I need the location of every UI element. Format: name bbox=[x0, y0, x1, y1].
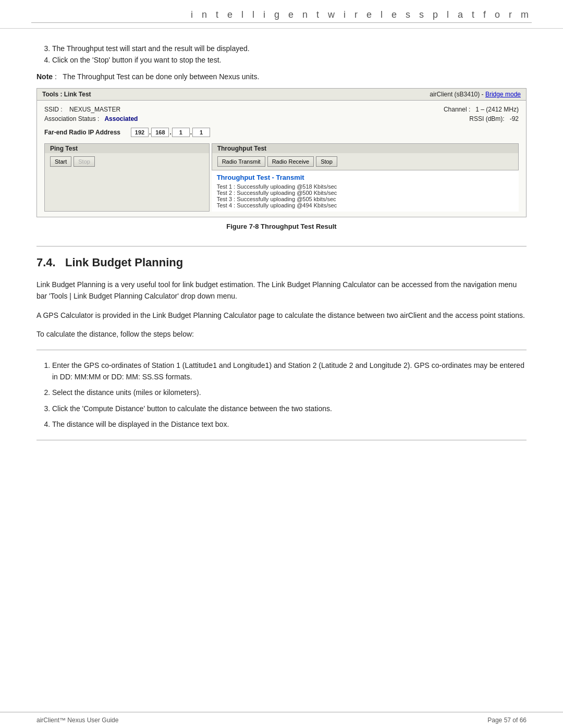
channel-info: Channel : 1 – (2412 MHz) bbox=[444, 106, 519, 113]
rssi-value: -92 bbox=[510, 115, 519, 122]
throughput-results: Throughput Test - Transmit Test 1 : Succ… bbox=[212, 170, 519, 212]
section-heading: 7.4. Link Budget Planning bbox=[36, 256, 527, 269]
assoc-value: Associated bbox=[104, 115, 138, 122]
intro-steps: The Throughput test will start and the r… bbox=[36, 44, 527, 64]
ping-buttons: Start Stop bbox=[50, 156, 204, 167]
ping-stop-button[interactable]: Stop bbox=[74, 156, 95, 167]
throughput-test-wrapper: Throughput Test Radio Transmit Radio Rec… bbox=[212, 143, 519, 212]
toolbar-label: Tools : Link Test bbox=[42, 91, 91, 98]
ip-octet-2[interactable]: 168 bbox=[151, 128, 169, 137]
figure-caption: Figure 7-8 Throughput Test Result bbox=[36, 223, 527, 230]
main-content: The Throughput test will start and the r… bbox=[0, 29, 563, 481]
ip-octet-1[interactable]: 192 bbox=[131, 128, 149, 137]
far-end-row: Far-end Radio IP Address 192 . 168 . 1 .… bbox=[44, 128, 519, 137]
ping-start-button[interactable]: Start bbox=[50, 156, 71, 167]
ip-octet-4[interactable]: 1 bbox=[192, 128, 210, 137]
ip-address-inputs: 192 . 168 . 1 . 1 bbox=[131, 128, 210, 137]
paragraph-2: A GPS Calculator is provided in the Link… bbox=[36, 310, 527, 321]
paragraph-1: Link Budget Planning is a very useful to… bbox=[36, 279, 527, 302]
ssid-info: SSID : NEXUS_MASTER bbox=[44, 106, 120, 113]
tests-row: Ping Test Start Stop Throughput Test Rad… bbox=[44, 143, 519, 212]
rssi-info: RSSI (dBm): -92 bbox=[469, 115, 519, 122]
assoc-row: Association Status : Associated RSSI (dB… bbox=[44, 115, 519, 122]
screenshot-box: Tools : Link Test airClient (sB3410) - B… bbox=[36, 88, 527, 217]
radio-transmit-button[interactable]: Radio Transmit bbox=[217, 156, 265, 167]
footer-right: Page 57 of 66 bbox=[487, 717, 527, 724]
test-line-1: Test 1 : Successfully uploading @518 Kbi… bbox=[217, 183, 513, 190]
bottom-divider bbox=[36, 440, 527, 440]
page-header: i n t e l l i g e n t w i r e l e s s p … bbox=[0, 0, 563, 29]
steps-item-3: Click the 'Compute Distance' button to c… bbox=[52, 403, 527, 414]
screenshot-body: SSID : NEXUS_MASTER Channel : 1 – (2412 … bbox=[37, 101, 526, 217]
paragraph-3: To calculate the distance, follow the st… bbox=[36, 328, 527, 340]
steps-item-4: The distance will be displayed in the Di… bbox=[52, 418, 527, 430]
bridge-mode-link[interactable]: Bridge mode bbox=[485, 91, 521, 98]
section-title: Link Budget Planning bbox=[65, 256, 183, 269]
ping-test-section: Ping Test Start Stop bbox=[44, 143, 210, 212]
footer-left: airClient™ Nexus User Guide bbox=[36, 717, 118, 724]
throughput-test-header: Throughput Test bbox=[212, 144, 518, 153]
note-line: Note : The Throughput Test can be done o… bbox=[36, 72, 527, 81]
step-3: The Throughput test will start and the r… bbox=[52, 44, 527, 53]
note-label: Note bbox=[36, 72, 53, 81]
section-number: 7.4. bbox=[36, 256, 56, 269]
throughput-result-title: Throughput Test - Transmit bbox=[217, 174, 513, 181]
section-divider bbox=[36, 246, 527, 246]
channel-value: 1 – (2412 MHz) bbox=[475, 106, 519, 113]
test-line-4: Test 4 : Successfully uploading @494 Kbi… bbox=[217, 202, 513, 208]
steps-item-1: Enter the GPS co-ordinates of Station 1 … bbox=[52, 360, 527, 383]
screenshot-toolbar: Tools : Link Test airClient (sB3410) - B… bbox=[37, 89, 526, 101]
assoc-info: Association Status : Associated bbox=[44, 115, 138, 122]
note-text: The Throughput Test can be done only bet… bbox=[63, 72, 259, 81]
test-line-2: Test 2 : Successfully uploading @500 Kbi… bbox=[217, 190, 513, 196]
throughput-stop-button[interactable]: Stop bbox=[316, 156, 337, 167]
device-info: airClient (sB3410) - Bridge mode bbox=[430, 91, 521, 98]
ssid-value: NEXUS_MASTER bbox=[69, 106, 120, 113]
device-label: airClient (sB3410) bbox=[430, 91, 480, 98]
ip-octet-3[interactable]: 1 bbox=[172, 128, 190, 137]
step-4: Click on the 'Stop' button if you want t… bbox=[52, 56, 527, 64]
ssid-row: SSID : NEXUS_MASTER Channel : 1 – (2412 … bbox=[44, 106, 519, 113]
far-end-label: Far-end Radio IP Address bbox=[44, 129, 120, 136]
header-title: i n t e l l i g e n t w i r e l e s s p … bbox=[191, 9, 532, 20]
steps-list: Enter the GPS co-ordinates of Station 1 … bbox=[52, 360, 527, 430]
test-line-3: Test 3 : Successfully uploading @505 kbi… bbox=[217, 196, 513, 202]
steps-item-2: Select the distance units (miles or kilo… bbox=[52, 387, 527, 398]
radio-receive-button[interactable]: Radio Receive bbox=[267, 156, 314, 167]
throughput-test-section: Throughput Test Radio Transmit Radio Rec… bbox=[212, 143, 519, 170]
steps-divider bbox=[36, 350, 527, 350]
page-footer: airClient™ Nexus User Guide Page 57 of 6… bbox=[0, 712, 563, 728]
throughput-buttons: Radio Transmit Radio Receive Stop bbox=[217, 156, 513, 167]
ping-test-header: Ping Test bbox=[45, 144, 209, 153]
